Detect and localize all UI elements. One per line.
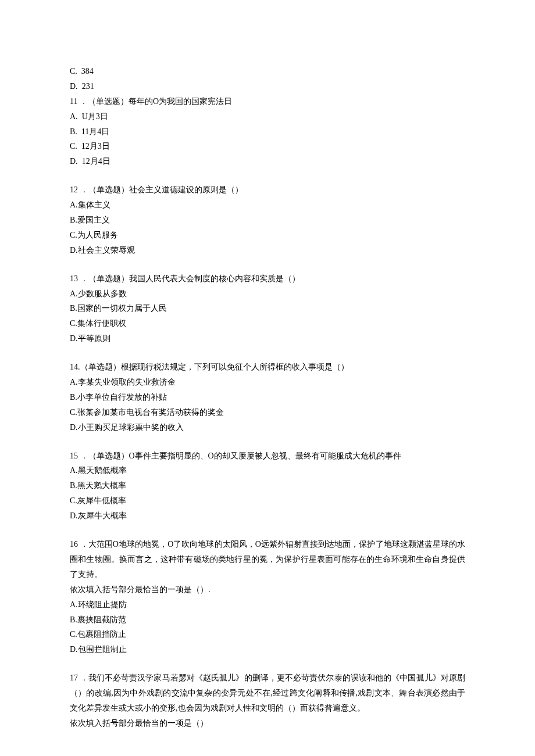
option-a: A. U月3日 <box>70 109 465 124</box>
option-c: C.集体行使职权 <box>70 316 465 331</box>
option-label: B. <box>70 615 77 624</box>
option-label: B. <box>70 127 77 136</box>
option-text: 国家的一切权力属于人民 <box>77 304 167 313</box>
question-13: 13 ．（单选题）我国人民代表大会制度的核心内容和实质是（） A.少数服从多数 … <box>70 271 465 346</box>
option-d: D. 231 <box>70 79 465 94</box>
option-text: 裹挟阻截防范 <box>77 615 126 624</box>
option-label: D. <box>70 246 78 255</box>
question-16: 16 ．大范围O地球的地冕，O了吹向地球的太阳风，O远紫外辐射直接到达地面，保护… <box>70 537 465 657</box>
question-stem: 12 ．（单选题）社会主义道德建设的原则是（） <box>70 182 465 198</box>
document-page: C. 384 D. 231 11 ．（单选题）每年的O为我国的国家宪法日 A. … <box>0 0 535 756</box>
option-b: B.爱国主义 <box>70 213 465 228</box>
question-stem: 13 ．（单选题）我国人民代表大会制度的核心内容和实质是（） <box>70 271 465 286</box>
option-text: 黑天鹅低概率 <box>78 466 127 475</box>
option-d: D.平等原则 <box>70 331 465 346</box>
option-label: A. <box>70 112 78 121</box>
option-text: 爱国主义 <box>77 216 110 224</box>
option-label: D. <box>70 511 78 520</box>
option-text: 集体行使职权 <box>77 319 126 328</box>
option-c: C.为人民服务 <box>70 228 465 243</box>
question-stem-line2: 依次填入括号部分最恰当的一项是（）. <box>70 582 465 597</box>
option-text: 小王购买足球彩票中奖的收入 <box>78 423 184 432</box>
option-text: 李某失业领取的失业救济金 <box>78 378 176 386</box>
option-text: 集体主义 <box>78 200 110 209</box>
option-text: 11月4日 <box>81 127 109 136</box>
option-a: A.黑天鹅低概率 <box>70 463 465 478</box>
option-label: B. <box>70 304 77 313</box>
question-stem-line1: 16 ．大范围O地球的地冕，O了吹向地球的太阳风，O远紫外辐射直接到达地面，保护… <box>70 537 465 582</box>
option-b: B.国家的一切权力属于人民 <box>70 301 465 316</box>
option-label: C. <box>70 496 77 505</box>
option-text: 社会主义荣辱观 <box>78 246 135 255</box>
option-label: B. <box>70 216 77 224</box>
option-label: D. <box>70 423 78 432</box>
question-stem-line1: 17 ．我们不必苛责汉学家马若瑟对《赵氏孤儿》的删译，更不必苛责伏尔泰的误读和他… <box>70 671 465 716</box>
question-stem-line2: 依次填入括号部分最恰当的一项是（） <box>70 716 465 731</box>
option-c: C. 12月3日 <box>70 139 465 154</box>
option-label: D. <box>70 645 78 654</box>
option-text: 为人民服务 <box>77 231 118 239</box>
question-stem: 15 ．（单选题）O事件主要指明显的、O的却又屡屡被人忽视、最终有可能服成大危机… <box>70 449 465 464</box>
option-a: A.集体主义 <box>70 198 465 213</box>
option-label: C. <box>70 319 77 328</box>
option-text: 平等原则 <box>78 334 110 343</box>
question-15: 15 ．（单选题）O事件主要指明显的、O的却又屡屡被人忽视、最终有可能服成大危机… <box>70 449 465 524</box>
option-b: B.裹挟阻截防范 <box>70 612 465 628</box>
option-text: 少数服从多数 <box>78 289 127 298</box>
option-a: A.李某失业领取的失业救济金 <box>70 375 465 390</box>
option-label: A. <box>70 466 78 475</box>
option-a: A.环绕阻止提防 <box>70 597 465 612</box>
question-10-tail: C. 384 D. 231 11 ．（单选题）每年的O为我国的国家宪法日 A. … <box>70 64 465 169</box>
option-c: C.灰犀牛低概率 <box>70 493 465 508</box>
option-text: 张某参加某市电视台有奖活动获得的奖金 <box>77 408 224 417</box>
question-17: 17 ．我们不必苛责汉学家马若瑟对《赵氏孤儿》的删译，更不必苛责伏尔泰的误读和他… <box>70 671 465 731</box>
option-text: U月3日 <box>82 112 108 121</box>
option-c: C.包裹阻挡防止 <box>70 627 465 642</box>
option-text: 灰犀牛大概率 <box>78 511 127 520</box>
option-c: C.张某参加某市电视台有奖活动获得的奖金 <box>70 405 465 420</box>
option-text: 黑天鹅大概率 <box>77 481 126 490</box>
option-label: C. <box>70 408 77 417</box>
option-d: D.灰犀牛大概率 <box>70 508 465 524</box>
option-text: 包围拦阻制止 <box>78 645 127 654</box>
option-label: C. <box>70 67 77 76</box>
question-12: 12 ．（单选题）社会主义道德建设的原则是（） A.集体主义 B.爱国主义 C.… <box>70 182 465 257</box>
option-label: D. <box>70 157 78 166</box>
option-label: A. <box>70 600 78 609</box>
option-text: 231 <box>82 82 94 91</box>
question-stem: 14.（单选题）根据现行税法规定，下列可以免征个人所得框的收入事项是（） <box>70 360 465 375</box>
option-label: B. <box>70 481 77 490</box>
option-label: C. <box>70 630 77 639</box>
option-text: 环绕阻止提防 <box>78 600 127 609</box>
option-label: C. <box>70 231 77 239</box>
option-label: A. <box>70 378 78 386</box>
option-text: 灰犀牛低概率 <box>77 496 126 505</box>
option-b: B.小李单位自行发放的补贴 <box>70 390 465 405</box>
option-d: D.小王购买足球彩票中奖的收入 <box>70 420 465 435</box>
option-label: B. <box>70 393 77 402</box>
option-d: D.社会主义荣辱观 <box>70 243 465 258</box>
option-text: 12月3日 <box>81 142 110 151</box>
option-label: D. <box>70 334 78 343</box>
option-label: A. <box>70 289 78 298</box>
option-text: 384 <box>81 67 94 76</box>
option-b: B.黑天鹅大概率 <box>70 478 465 493</box>
option-text: 12月4日 <box>82 157 110 166</box>
question-14: 14.（单选题）根据现行税法规定，下列可以免征个人所得框的收入事项是（） A.李… <box>70 360 465 435</box>
option-a: A.少数服从多数 <box>70 286 465 302</box>
option-text: 小李单位自行发放的补贴 <box>77 393 167 402</box>
option-d: D. 12月4日 <box>70 154 465 169</box>
option-text: 包裹阻挡防止 <box>77 630 126 639</box>
option-label: D. <box>70 82 78 91</box>
option-b: B. 11月4日 <box>70 124 465 139</box>
option-d: D.包围拦阻制止 <box>70 642 465 657</box>
option-label: C. <box>70 142 77 151</box>
option-label: A. <box>70 200 78 209</box>
option-c: C. 384 <box>70 64 465 79</box>
question-11-stem: 11 ．（单选题）每年的O为我国的国家宪法日 <box>70 94 465 109</box>
